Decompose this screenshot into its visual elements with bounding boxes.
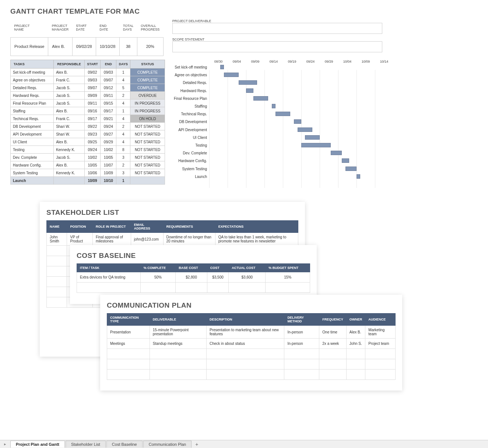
task-cell[interactable]: 09/11 [101, 92, 116, 99]
gantt-bar[interactable] [272, 104, 275, 108]
table-cell[interactable] [346, 370, 365, 380]
table-cell[interactable] [319, 370, 347, 380]
table-cell[interactable]: Presentation [107, 326, 150, 339]
task-cell[interactable]: Techincal Reqs. [11, 115, 54, 123]
task-table[interactable]: TASKSRESPONSIBLESTARTENDDAYSSTATUS Set k… [10, 60, 165, 185]
task-cell[interactable]: 09/24 [84, 146, 101, 154]
task-cell[interactable]: Jacob S. [54, 99, 85, 107]
table-cell[interactable]: QA to take less than 1 week, marketing t… [215, 233, 298, 246]
task-cell[interactable]: UI Client [11, 138, 54, 146]
table-cell[interactable] [77, 283, 141, 293]
table-cell[interactable] [47, 287, 67, 297]
gantt-bar[interactable] [301, 143, 331, 147]
task-cell[interactable]: 2 [116, 123, 130, 130]
table-cell[interactable] [207, 283, 229, 293]
table-cell[interactable]: $2,800 [176, 272, 207, 283]
status-cell[interactable]: NOT STARTED [130, 169, 165, 177]
status-cell[interactable]: COMPLETE [130, 84, 165, 92]
table-cell[interactable] [107, 359, 150, 370]
gantt-bar[interactable] [246, 88, 253, 93]
gantt-bar[interactable] [253, 96, 268, 101]
task-cell[interactable]: 4 [116, 99, 130, 107]
task-cell[interactable]: Alex B. [54, 138, 85, 146]
task-row[interactable]: StaffingAlex B.09/1609/171IN PROGRESS [11, 107, 165, 115]
table-cell[interactable] [107, 349, 150, 359]
table-cell[interactable]: 2x a week [319, 339, 347, 349]
task-cell[interactable]: 09/12 [101, 84, 116, 92]
table-cell[interactable] [206, 359, 284, 370]
status-cell[interactable]: NOT STARTED [130, 146, 165, 154]
task-cell[interactable]: 09/15 [101, 99, 116, 107]
table-cell[interactable] [176, 283, 207, 293]
task-cell[interactable]: Alex B. [54, 161, 85, 169]
gantt-bar[interactable] [224, 73, 239, 77]
task-cell[interactable]: 09/22 [84, 123, 101, 130]
task-cell[interactable]: 10/06 [84, 169, 101, 177]
task-cell[interactable]: Shari W. [54, 130, 85, 138]
table-row[interactable] [107, 359, 396, 370]
task-cell[interactable]: 3 [116, 169, 130, 177]
table-cell[interactable] [284, 370, 319, 380]
task-cell[interactable]: 09/09 [84, 92, 101, 99]
task-cell[interactable]: 2 [116, 92, 130, 99]
summary-cell[interactable]: 09/02/28 [72, 37, 96, 56]
task-cell[interactable]: 10/02 [101, 146, 116, 154]
table-cell[interactable] [47, 297, 67, 308]
status-cell[interactable]: COMPLETE [130, 76, 165, 84]
table-cell[interactable] [319, 349, 347, 359]
table-row[interactable]: John SmithVP of ProductFinal approval of… [47, 233, 298, 246]
cost-table[interactable]: ITEM / TASK% COMPLETEBASE COSTCOSTACTUAL… [77, 263, 310, 293]
task-cell[interactable]: 09/07 [84, 84, 101, 92]
task-cell[interactable]: 4 [116, 130, 130, 138]
table-row[interactable] [77, 283, 310, 293]
table-cell[interactable] [206, 349, 284, 359]
task-cell[interactable]: 09/23 [84, 130, 101, 138]
gantt-bar[interactable] [345, 167, 357, 171]
gantt-bar[interactable] [275, 112, 290, 116]
task-cell[interactable]: 10/09 [101, 169, 116, 177]
table-cell[interactable]: In-person [284, 339, 319, 349]
table-cell[interactable] [47, 246, 67, 256]
task-cell[interactable]: 1 [116, 107, 130, 115]
task-cell[interactable]: API Development [11, 130, 54, 138]
task-row[interactable]: API DevelopmentShari W.09/2309/274NOT ST… [11, 130, 165, 138]
deliverable-input[interactable] [172, 23, 382, 34]
task-cell[interactable]: 09/11 [84, 99, 101, 107]
task-cell[interactable]: Set kick-off meeting [11, 69, 54, 76]
sheet-tab[interactable]: Cost Baseline [106, 441, 143, 448]
task-cell[interactable]: 09/07 [101, 76, 116, 84]
task-row[interactable]: Dev. CompleteJacob S.10/0210/053NOT STAR… [11, 154, 165, 161]
task-cell[interactable]: Kennedy K. [54, 146, 85, 154]
task-cell[interactable]: 09/29 [101, 138, 116, 146]
summary-cell[interactable]: Product Release [11, 37, 48, 56]
table-cell[interactable] [346, 359, 365, 370]
task-cell[interactable]: Jacob S. [54, 154, 85, 161]
table-cell[interactable]: Standup meetings [150, 339, 206, 349]
table-cell[interactable] [365, 359, 396, 370]
status-cell[interactable] [130, 177, 165, 185]
comm-table[interactable]: COMMUNICATION TYPEDELIVERABLEDESCRIPTION… [107, 313, 396, 380]
table-cell[interactable] [140, 283, 175, 293]
task-cell[interactable] [54, 177, 85, 185]
status-cell[interactable]: NOT STARTED [130, 161, 165, 169]
table-row[interactable] [107, 349, 396, 359]
table-cell[interactable] [229, 283, 266, 293]
table-cell[interactable]: Marketing team [365, 326, 396, 339]
task-cell[interactable]: 10/05 [84, 161, 101, 169]
task-row[interactable]: DB DevelopmentShari W.09/2209/242NOT STA… [11, 123, 165, 130]
task-cell[interactable]: Jacob S. [54, 92, 85, 99]
task-cell[interactable]: Dev. Complete [11, 154, 54, 161]
task-cell[interactable]: 8 [116, 146, 130, 154]
table-cell[interactable] [150, 359, 206, 370]
task-cell[interactable]: Testing [11, 146, 54, 154]
gantt-bar[interactable] [239, 80, 257, 85]
table-cell[interactable]: Check in about status [206, 339, 284, 349]
table-row[interactable]: MeetingsStandup meetingsCheck in about s… [107, 339, 396, 349]
table-cell[interactable] [284, 359, 319, 370]
table-row[interactable] [107, 370, 396, 380]
sheet-tab[interactable]: Communication Plan [143, 441, 192, 448]
table-row[interactable]: Presentation15-minute Powerpoint present… [107, 326, 396, 339]
table-cell[interactable]: Alex B. [346, 326, 365, 339]
table-cell[interactable]: John Smith [47, 233, 67, 246]
table-cell[interactable]: John S. [346, 339, 365, 349]
